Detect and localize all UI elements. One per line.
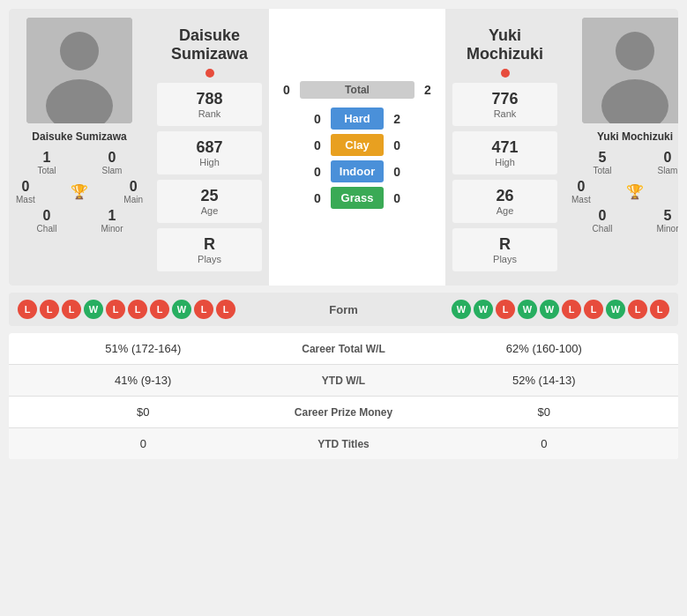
stats-right-3: 0 (423, 437, 666, 450)
player2-red-dot (501, 69, 510, 78)
player1-main-label: Main (123, 195, 143, 204)
player2-trophy-row: 0 Mast 🏆 0 Main (571, 179, 678, 204)
player1-chall-label: Chall (37, 224, 57, 234)
player2-mast-label: Mast (571, 195, 591, 204)
form-badge-l: L (562, 300, 581, 319)
player1-mast-cell: 0 Mast (16, 179, 35, 204)
player1-trophy-row: 0 Mast 🏆 0 Main (16, 179, 143, 204)
player1-slam-label: Slam (102, 166, 123, 175)
player2-slam-value: 0 (664, 150, 672, 166)
player2-high-label: High (463, 157, 547, 167)
surface-p2-grass: 0 (384, 191, 410, 205)
player2-rank-label: Rank (463, 108, 547, 119)
player1-total-value: 1 (43, 150, 51, 166)
form-section: LLLWLLLWLL Form WWLWWLLWLL (9, 293, 678, 326)
player1-name: Daisuke Sumizawa (32, 130, 126, 143)
player1-rank-label: Rank (168, 108, 251, 119)
form-badge-w: W (452, 300, 471, 319)
player2-slam-label: Slam (658, 166, 678, 175)
player1-plays-value: R (168, 235, 251, 254)
player1-chall-value: 0 (43, 208, 51, 224)
player2-age-value: 26 (463, 187, 547, 205)
surface-badge-clay: Clay (331, 134, 384, 156)
stats-row-3: 0 YTD Titles 0 (9, 428, 678, 459)
player2-bottom-grid: 0 Chall 5 Minor (571, 208, 678, 234)
stats-right-2: $0 (423, 405, 666, 419)
player1-rank-value: 788 (168, 90, 251, 108)
form-badge-w: W (518, 300, 537, 319)
player2-minor-label: Minor (656, 224, 678, 234)
form-badge-l: L (18, 300, 37, 319)
player1-slam-cell: 0 Slam (81, 150, 143, 175)
form-badge-l: L (194, 300, 213, 319)
player1-age-label: Age (168, 205, 251, 216)
player1-total-label: Total (37, 166, 56, 175)
player2-age-label: Age (463, 205, 547, 216)
total-p1-score: 0 (273, 83, 300, 97)
surface-rows-container: 0 Hard 2 0 Clay 0 0 Indoor 0 0 Grass 0 (304, 108, 410, 213)
player1-age-row: 25 Age (157, 180, 262, 223)
player2-mast-value: 0 (577, 179, 585, 195)
player2-chall-cell: 0 Chall (571, 208, 633, 234)
stats-table: 51% (172-164) Career Total W/L 62% (160-… (9, 333, 678, 459)
form-badge-l: L (584, 300, 603, 319)
surface-row-indoor: 0 Indoor 0 (304, 160, 410, 182)
player2-card: Yuki Mochizuki 5 Total 0 Slam 0 Mast 🏆 (564, 9, 678, 286)
player1-red-dot (205, 69, 214, 78)
trophy2-icon: 🏆 (626, 183, 644, 200)
player2-avatar (582, 18, 678, 123)
center-comparison: 0 Total 2 0 Hard 2 0 Clay 0 0 Indoor 0 0… (269, 9, 445, 286)
player1-high-value: 687 (168, 138, 251, 157)
form-badge-w: W (540, 300, 559, 319)
total-row: 0 Total 2 (273, 81, 441, 99)
player1-minor-cell: 1 Minor (81, 208, 143, 234)
player1-mast-label: Mast (16, 195, 35, 204)
player1-main-value: 0 (130, 179, 138, 195)
form-badge-l: L (106, 300, 125, 319)
surface-p1-clay: 0 (304, 138, 331, 152)
stats-row-0: 51% (172-164) Career Total W/L 62% (160-… (9, 333, 678, 365)
form-badge-w: W (606, 300, 625, 319)
player2-minor-value: 5 (664, 208, 672, 224)
form-badge-l: L (62, 300, 81, 319)
stats-label-2: Career Prize Money (265, 406, 423, 419)
stats-left-1: 41% (9-13) (22, 374, 265, 387)
player2-high-row: 471 High (452, 131, 557, 174)
player1-form-badges: LLLWLLLWLL (18, 300, 300, 319)
form-label: Form (300, 303, 388, 316)
player1-rank-row: 788 Rank (157, 83, 262, 126)
form-badge-l: L (216, 300, 235, 319)
player2-age-row: 26 Age (452, 180, 557, 223)
form-badge-l: L (650, 300, 669, 319)
stats-right-1: 52% (14-13) (423, 374, 666, 387)
form-badge-w: W (172, 300, 191, 319)
trophy1-icon: 🏆 (71, 183, 88, 200)
form-badge-l: L (628, 300, 647, 319)
player1-header-name: Daisuke Sumizawa (171, 18, 248, 67)
player1-mast-value: 0 (21, 179, 29, 195)
player2-total-label: Total (593, 166, 611, 175)
surface-badge-hard: Hard (331, 108, 384, 130)
form-badge-l: L (40, 300, 59, 319)
player2-chall-label: Chall (593, 224, 613, 234)
player2-form-badges: WWLWWLLWLL (388, 300, 670, 319)
total-label: Total (300, 81, 414, 99)
player1-stats-grid: 1 Total 0 Slam (16, 150, 143, 175)
stats-row-2: $0 Career Prize Money $0 (9, 397, 678, 428)
form-badge-l: L (150, 300, 169, 319)
player2-high-value: 471 (463, 138, 547, 157)
player1-age-value: 25 (168, 187, 251, 205)
player2-slam-cell: 0 Slam (637, 150, 678, 175)
player1-slam-value: 0 (108, 150, 116, 166)
surface-p2-hard: 2 (384, 112, 410, 126)
player2-name: Yuki Mochizuki (597, 130, 673, 143)
player1-avatar (26, 18, 132, 123)
player1-minor-label: Minor (101, 224, 123, 234)
player1-main-cell: 0 Main (123, 179, 143, 204)
stats-left-0: 51% (172-164) (22, 342, 265, 355)
form-badge-l: L (496, 300, 515, 319)
player1-chall-cell: 0 Chall (16, 208, 78, 234)
player2-plays-value: R (463, 235, 547, 254)
total-p2-score: 2 (414, 83, 441, 97)
form-badge-w: W (474, 300, 493, 319)
